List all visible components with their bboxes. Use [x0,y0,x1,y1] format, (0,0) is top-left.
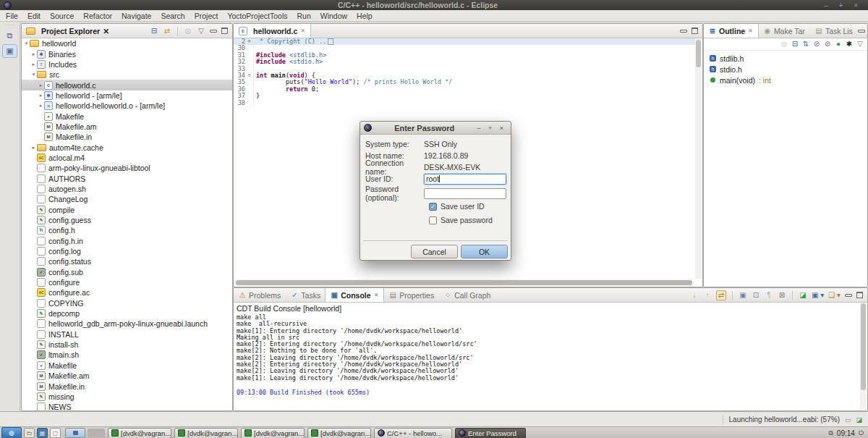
tree-item[interactable]: hconfig.h [22,225,232,235]
tree-item[interactable]: ▸≡Includes [22,59,232,70]
tab-tasks[interactable]: ✓Tasks [286,288,326,302]
tree-item[interactable]: NEWS [22,402,232,410]
hide-macros-icon[interactable]: ⊘ [812,40,821,49]
power-icon[interactable]: ⏻ [859,429,864,437]
display-console-icon[interactable]: ▣ ▾ [812,291,824,300]
view-menu-icon[interactable]: ▽ [197,27,205,35]
hide-nonpublic-icon[interactable]: ● [834,40,843,49]
clear-console-icon[interactable]: ⊠ [778,291,786,300]
applications-menu-button[interactable]: ◍ [1,427,22,438]
tree-item[interactable]: ChangeLog [22,194,232,204]
tree-item[interactable]: ▸ohelloworld-helloworld.o - [arm/le] [22,101,232,111]
tree-item[interactable]: ▸✱helloworld - [arm/le] [22,90,232,101]
open-console-icon[interactable]: ❏ ▾ [828,291,841,300]
tree-item[interactable]: ✓config.sub [22,267,232,277]
editor-vertical-scrollbar[interactable] [695,38,702,279]
window-list-icon[interactable]: ⧉ [828,429,833,437]
tree-item[interactable]: ●Makefile [22,361,232,371]
menu-help[interactable]: Help [357,12,373,20]
scroll-lock-icon[interactable]: ⊡ [752,291,760,300]
tab-task-lis[interactable]: ▤Task Lis [810,24,858,38]
window-controls[interactable]: – + × [824,1,862,9]
drag-handle[interactable]: ···· [0,22,20,28]
tree-item[interactable]: MMakefile.in [22,381,232,391]
user-id-input[interactable]: root [424,174,506,185]
minimize-editor-icon[interactable] [680,30,687,33]
tab-properties[interactable]: ▤Properties [384,288,439,302]
show-console-on-output-icon[interactable]: ⇄ [716,290,726,300]
tree-item[interactable]: MMakefile.in [22,132,232,142]
display-icon[interactable]: ▦ [37,428,48,438]
tab-make-tar[interactable]: ◉Make Tar [759,24,810,38]
taskbar-window-button[interactable]: [dvdk@vagran... [174,428,238,438]
code-line[interactable]: 37} [234,93,695,99]
tree-item[interactable]: helloworld_gdb_arm-poky-linux-gnueabi.la… [22,319,232,329]
taskbar-window-button[interactable]: [dvdk@vagran... [241,428,305,438]
password-input[interactable] [424,188,506,199]
outline-item[interactable]: hstdio.h [704,64,867,75]
outline-item[interactable]: hstdlib.h [704,53,867,64]
progress-bar-icon[interactable]: ▭ [845,416,851,424]
menu-run[interactable]: Run [297,12,310,20]
background-operations-icon[interactable]: ◪ [856,416,862,424]
tab-call-graph[interactable]: ⁘Call Graph [439,288,495,302]
tree-item[interactable]: INSTALL [22,329,232,340]
tree-item[interactable]: ▸chelloworld.c [22,80,232,90]
maximize-editor-icon[interactable] [692,28,698,34]
save-user-id-checkbox[interactable]: ✓ Save user ID [429,202,485,211]
close-view-icon[interactable]: ✕ [748,28,753,34]
tree-item[interactable]: ●Makefile [22,111,232,121]
fold-minus-icon[interactable]: ⊖ [245,72,254,79]
tree-item[interactable]: ✎depcomp [22,308,232,319]
expander-icon[interactable]: ▸ [38,103,44,109]
view-menu-icon[interactable]: ▽ [856,40,864,49]
next-message-icon[interactable]: ↓ [690,291,699,300]
tab-console[interactable]: ▣Console✕ [325,288,384,302]
expander-icon[interactable]: ▸ [30,51,37,57]
taskbar-window-button[interactable]: [dvdk@vagran... [307,428,371,438]
taskbar-window-button[interactable]: Enter Password [455,428,526,438]
menu-search[interactable]: Search [161,12,184,20]
tree-item[interactable]: MMakefile.am [22,371,232,381]
tree-item[interactable]: ACconfigure.ac [22,287,232,298]
code-line[interactable]: 32#include <stdio.h> [234,59,695,65]
tree-item[interactable]: ▸autom4te.cache [22,142,232,152]
maximize-icon[interactable] [856,292,863,298]
tree-item[interactable]: ACaclocal.m4 [22,153,232,163]
tab-problems[interactable]: ⚠Problems [234,288,286,302]
close-tab-icon[interactable]: ✕ [300,28,305,34]
menu-edit[interactable]: Edit [27,12,41,20]
minimize-outline-icon[interactable] [858,30,865,33]
expander-icon[interactable]: ▾ [30,72,37,77]
tree-item[interactable]: configure [22,277,232,287]
tree-item[interactable]: MMakefile.am [22,122,232,132]
show-desktop-icon[interactable]: ▢ [50,428,61,438]
fold-plus-icon[interactable]: ⊕ [245,38,254,45]
menu-refactor[interactable]: Refactor [83,12,112,20]
focus-icon[interactable]: ◎ [780,40,788,49]
close-view-icon[interactable]: ✕ [374,292,379,298]
menu-source[interactable]: Source [50,12,74,20]
code-line[interactable]: 2⊕ * Copyright (C) .. [234,38,695,45]
tree-item[interactable]: config.h.in [22,236,232,246]
editor-horizontal-scrollbar[interactable] [234,279,694,286]
expander-icon[interactable]: ▸ [38,93,44,98]
console-vertical-scrollbar[interactable] [860,303,867,409]
maximize-icon[interactable] [221,28,228,34]
tree-item[interactable]: ✓ltmain.sh [22,350,232,360]
focus-icon[interactable]: ◎ [184,27,192,35]
taskbar-window-button[interactable]: [dvdk@vagran... [108,428,171,438]
workspace-switcher[interactable] [65,428,85,438]
tree-item[interactable]: ▸✱Binaries [22,49,232,59]
close-view-icon[interactable]: ✕ [103,27,109,35]
tab-helloworld-c[interactable]: c helloworld.c ✕ [233,24,311,38]
tree-item[interactable]: autogen.sh [22,184,232,194]
sort-icon[interactable]: ⇅ [801,40,810,49]
hide-includes-icon[interactable]: ⊘ [823,40,832,49]
clock[interactable]: 09:14 [837,429,855,437]
pin-console-icon[interactable]: ▣ [739,291,747,300]
tree-item[interactable]: ✎missing [22,392,232,402]
tree-item[interactable]: config.log [22,246,232,256]
taskbar-window-button[interactable]: C/C++ - hellowo... [374,428,452,438]
tree-item[interactable]: ✎config.guess [22,215,232,225]
